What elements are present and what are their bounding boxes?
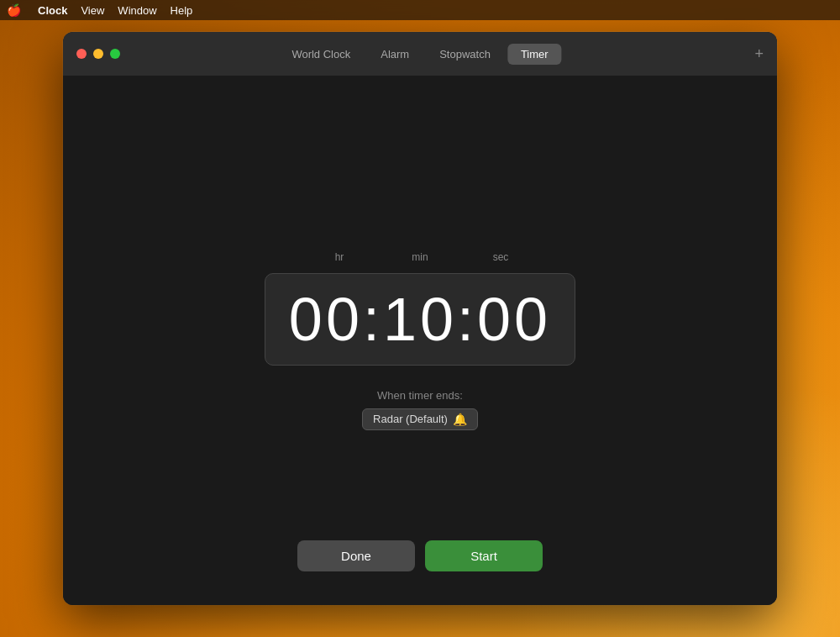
timer-digits: 00:10:00 (289, 289, 551, 350)
maximize-button[interactable] (110, 49, 120, 59)
time-labels: hr min sec (286, 251, 554, 263)
done-button[interactable]: Done (297, 540, 415, 571)
label-min: min (382, 251, 458, 263)
menubar-view[interactable]: View (81, 4, 104, 17)
tab-stopwatch[interactable]: Stopwatch (426, 44, 504, 65)
menubar-clock[interactable]: Clock (38, 4, 67, 17)
start-button[interactable]: Start (425, 540, 543, 571)
close-button[interactable] (76, 49, 87, 59)
tab-bar: World Clock Alarm Stopwatch Timer (278, 44, 561, 65)
label-hr: hr (302, 251, 377, 263)
sound-icon: 🔔 (453, 413, 467, 426)
timer-section: hr min sec 00:10:00 When timer ends: Rad… (265, 251, 575, 430)
titlebar: World Clock Alarm Stopwatch Timer + (63, 32, 777, 76)
menubar: 🍎 Clock View Window Help (0, 0, 840, 20)
timer-display[interactable]: 00:10:00 (265, 273, 575, 366)
main-content: hr min sec 00:10:00 When timer ends: Rad… (63, 76, 777, 605)
add-button[interactable]: + (754, 45, 764, 63)
sound-name: Radar (Default) (373, 413, 448, 425)
menubar-window[interactable]: Window (118, 4, 156, 17)
when-timer-ends-label: When timer ends: (362, 389, 478, 402)
bottom-bar: Done Start (297, 540, 543, 571)
when-timer-ends-section: When timer ends: Radar (Default) 🔔 (362, 389, 478, 430)
tab-timer[interactable]: Timer (507, 44, 562, 65)
minimize-button[interactable] (93, 49, 103, 59)
sound-selector[interactable]: Radar (Default) 🔔 (362, 408, 478, 430)
label-sec: sec (463, 251, 538, 263)
menubar-help[interactable]: Help (171, 4, 193, 17)
window-controls (76, 49, 120, 59)
app-window: World Clock Alarm Stopwatch Timer + hr m… (63, 32, 777, 605)
apple-menu-icon[interactable]: 🍎 (7, 3, 21, 17)
tab-alarm[interactable]: Alarm (367, 44, 423, 65)
tab-world-clock[interactable]: World Clock (278, 44, 364, 65)
